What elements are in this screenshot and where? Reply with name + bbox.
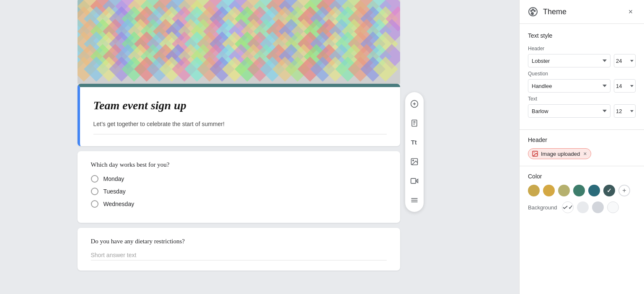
close-panel-button[interactable]: ×	[626, 7, 636, 17]
theme-panel: Theme × Text style Header Lobster 24 Que…	[519, 0, 644, 294]
option-label-wednesday: Wednesday	[103, 201, 134, 207]
short-answer-placeholder: Short answer text	[91, 252, 387, 260]
radio-circle-wednesday[interactable]	[91, 200, 98, 208]
text-font-label: Text	[528, 96, 557, 102]
image-chip-text: Image uploaded	[541, 151, 580, 157]
option-label-monday: Monday	[103, 175, 124, 182]
palette-icon	[528, 7, 538, 17]
color-label: Color	[528, 173, 636, 180]
form-header-banner	[78, 0, 400, 84]
text-button[interactable]: Tt	[405, 133, 424, 152]
question-text-1: Which day works best for you?	[91, 161, 387, 168]
form-title-card: Team event sign up Let’s get together to…	[78, 84, 400, 146]
color-swatch-1[interactable]	[528, 185, 540, 196]
color-section: Color + Background	[520, 166, 644, 220]
svg-rect-155	[78, 0, 400, 84]
option-tuesday: Tuesday	[91, 188, 387, 195]
bg-swatch-gray[interactable]	[592, 201, 604, 213]
header-section-label: Header	[528, 137, 636, 143]
import-button[interactable]	[405, 114, 424, 132]
background-row: Background	[528, 201, 636, 213]
background-label: Background	[528, 204, 557, 211]
remove-image-button[interactable]: ×	[583, 150, 587, 157]
svg-point-172	[531, 10, 532, 12]
form-description: Let’s get together to celebrate the star…	[93, 121, 387, 134]
color-swatches: +	[528, 185, 636, 196]
text-size-select[interactable]: 12	[614, 104, 636, 118]
question-font-select[interactable]: Handlee	[528, 79, 610, 93]
form-title: Team event sign up	[93, 99, 387, 112]
header-font-select[interactable]: Lobster	[528, 54, 610, 67]
panel-title: Theme	[543, 8, 626, 16]
header-size-select[interactable]: 24	[614, 54, 636, 67]
question-font-row: Handlee 14	[528, 79, 636, 93]
add-color-button[interactable]: +	[618, 185, 630, 196]
svg-point-165	[412, 160, 414, 161]
question-text-2: Do you have any dietary restrictions?	[91, 238, 387, 245]
image-uploaded-chip: Image uploaded ×	[528, 148, 591, 159]
video-button[interactable]	[405, 172, 424, 190]
image-button[interactable]	[405, 152, 424, 171]
question-card-2: Do you have any dietary restrictions? Sh…	[78, 228, 400, 271]
question-font-label: Question	[528, 71, 557, 77]
radio-circle-monday[interactable]	[91, 175, 98, 183]
svg-point-173	[533, 9, 534, 10]
color-swatch-6[interactable]	[603, 185, 615, 196]
text-style-section: Text style Header Lobster 24 Question Ha…	[520, 24, 644, 130]
toolbar: Tt	[405, 92, 424, 212]
svg-point-176	[534, 152, 535, 153]
add-element-button[interactable]	[405, 95, 424, 113]
layout-button[interactable]	[405, 191, 424, 209]
color-swatch-5[interactable]	[588, 185, 600, 196]
bg-swatch-white[interactable]	[562, 201, 574, 213]
svg-text:Tt: Tt	[411, 139, 416, 146]
option-wednesday: Wednesday	[91, 200, 387, 208]
color-swatch-2[interactable]	[543, 185, 555, 196]
option-monday: Monday	[91, 175, 387, 183]
text-font-row: Barlow 12	[528, 104, 636, 118]
panel-header: Theme ×	[520, 0, 644, 24]
svg-rect-166	[411, 178, 416, 183]
question-card-1: Which day works best for you? Monday Tue…	[78, 151, 400, 223]
text-font-select[interactable]: Barlow	[528, 104, 610, 118]
header-font-row: Lobster 24	[528, 54, 636, 67]
color-swatch-3[interactable]	[558, 185, 570, 196]
bg-swatch-light-gray[interactable]	[577, 201, 589, 213]
color-swatch-4[interactable]	[573, 185, 585, 196]
header-image-section: Header Image uploaded ×	[520, 130, 644, 166]
image-chip-icon	[532, 150, 538, 157]
option-label-tuesday: Tuesday	[103, 188, 126, 195]
header-font-label: Header	[528, 46, 557, 52]
radio-circle-tuesday[interactable]	[91, 188, 98, 195]
svg-point-174	[534, 10, 535, 12]
text-style-label: Text style	[528, 32, 636, 39]
question-size-select[interactable]: 14	[614, 79, 636, 93]
bg-swatch-white-2[interactable]	[607, 201, 619, 213]
